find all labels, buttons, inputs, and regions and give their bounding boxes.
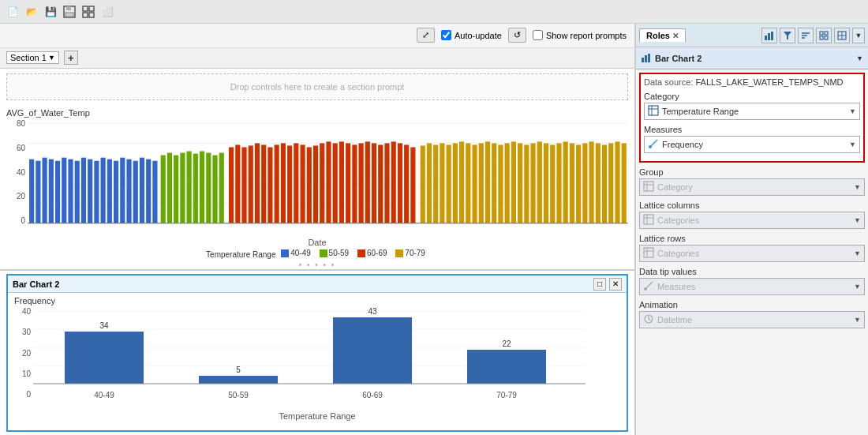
roles-panel-header: Roles ✕ [636,24,868,47]
svg-rect-97 [582,143,587,223]
measures-field-text: Frequency [662,140,849,149]
lattice-rows-dropdown[interactable]: ▼ [854,249,861,257]
svg-rect-38 [193,154,198,223]
lattice-rows-field[interactable]: Categories ▼ [639,245,865,262]
roles-tab[interactable]: Roles ✕ [639,28,686,42]
legend-label-7079: 70-79 [405,249,425,257]
c2-y-0: 0 [26,390,31,399]
lattice-rows-icon [643,247,654,260]
group-placeholder: Category [657,182,854,192]
new-icon[interactable]: 📄 [5,4,21,20]
svg-rect-40 [206,153,211,223]
panel-icon-filter[interactable] [780,28,795,43]
category-field-dropdown[interactable]: ▼ [849,107,856,115]
show-prompts-checkbox[interactable] [533,30,543,40]
svg-rect-16 [49,159,54,223]
svg-rect-56 [313,145,318,223]
panel-icon-sort[interactable] [798,28,814,43]
svg-rect-70 [404,144,409,223]
svg-rect-133 [825,36,828,39]
show-prompts-label[interactable]: Show report prompts [533,30,627,40]
svg-text:60-69: 60-69 [362,391,383,399]
svg-rect-140 [649,106,658,115]
saveas-icon[interactable] [62,4,77,20]
group-dropdown[interactable]: ▼ [854,183,861,191]
chart2-panel: Bar Chart 2 □ ✕ Frequency 40 30 20 10 0 [6,274,628,432]
svg-rect-18 [62,158,66,223]
svg-rect-71 [410,147,415,223]
svg-rect-49 [268,147,272,223]
animation-field[interactable]: Datetime ▼ [639,311,865,328]
show-prompts-text: Show report prompts [546,31,627,40]
datatip-section: Data tip values Measures ▼ [639,267,865,295]
y-tick-60: 60 [17,144,25,152]
animation-dropdown[interactable]: ▼ [854,316,861,324]
datatip-label: Data tip values [639,267,865,276]
top-toolbar: 📄 📂 💾 ⬜ [0,0,868,24]
category-field[interactable]: Temperature Range ▼ [644,103,860,120]
panel-icon-calc[interactable] [834,28,850,43]
panel-icon-grid[interactable] [816,28,832,43]
svg-rect-80 [473,144,477,223]
svg-rect-125 [771,32,773,40]
svg-rect-132 [820,36,823,39]
group-icon [643,181,654,193]
svg-rect-61 [346,143,350,223]
svg-marker-126 [784,32,791,39]
datatip-field[interactable]: Measures ▼ [639,278,865,295]
open-icon[interactable]: 📂 [24,4,39,20]
fit-button[interactable]: ⤢ [417,28,435,43]
barchart2-dropdown[interactable]: ▼ [856,54,863,62]
svg-rect-5 [83,13,88,17]
legend-item-4049: 40-49 [281,249,311,257]
auto-update-label[interactable]: Auto-update [441,30,502,40]
c2-y-30: 30 [22,328,31,336]
datatip-placeholder: Measures [657,282,854,291]
panel-more-dropdown[interactable]: ▼ [852,28,865,43]
add-section-button[interactable]: + [64,51,78,65]
datatip-dropdown[interactable]: ▼ [854,283,861,291]
svg-rect-116 [333,317,412,384]
svg-rect-87 [518,143,522,223]
svg-rect-39 [200,152,204,223]
svg-rect-75 [440,143,444,223]
animation-icon [643,313,654,326]
measures-field[interactable]: Frequency ▼ [644,136,860,153]
c2-y-40: 40 [22,307,31,316]
save-icon[interactable]: 💾 [43,4,58,20]
legend-item-6069: 60-69 [357,249,387,257]
svg-rect-95 [570,143,574,223]
chart2-restore-button[interactable]: □ [593,278,606,291]
svg-rect-94 [563,141,568,223]
panel-icon-barchart[interactable] [761,28,777,43]
datasource-row: Data source: FALLS_LAKE_WATER_TEMPS_NMD [644,77,860,87]
section-dropdown[interactable]: Section 1 ▼ [6,51,59,64]
svg-rect-58 [327,141,331,223]
auto-update-checkbox[interactable] [441,30,451,40]
svg-rect-66 [378,144,383,223]
svg-rect-102 [615,141,620,223]
svg-rect-79 [466,143,470,223]
roles-close-icon[interactable]: ✕ [672,32,679,40]
svg-text:50-59: 50-59 [228,391,249,399]
group-field[interactable]: Category ▼ [639,178,865,196]
chart2-close-button[interactable]: ✕ [609,278,622,291]
svg-rect-46 [249,145,253,223]
lattice-columns-label: Lattice columns [639,201,865,210]
layout-icon[interactable] [80,4,96,20]
svg-rect-41 [213,156,218,223]
refresh-button[interactable]: ↺ [508,28,526,43]
svg-rect-42 [219,153,224,223]
lattice-columns-field[interactable]: Categories ▼ [639,212,865,229]
svg-rect-100 [602,144,607,223]
measures-field-dropdown[interactable]: ▼ [849,141,856,148]
y-tick-0: 0 [21,216,26,225]
svg-rect-82 [485,141,490,223]
view-icon[interactable]: ⬜ [99,4,115,20]
svg-rect-13 [29,159,34,223]
svg-point-144 [649,145,652,148]
legend-label-5059: 50-59 [329,249,350,257]
lattice-columns-dropdown[interactable]: ▼ [854,216,861,224]
chart1-legend: Temperature Range 40-49 50-59 60-69 70-7… [6,249,628,259]
svg-rect-151 [644,248,653,257]
